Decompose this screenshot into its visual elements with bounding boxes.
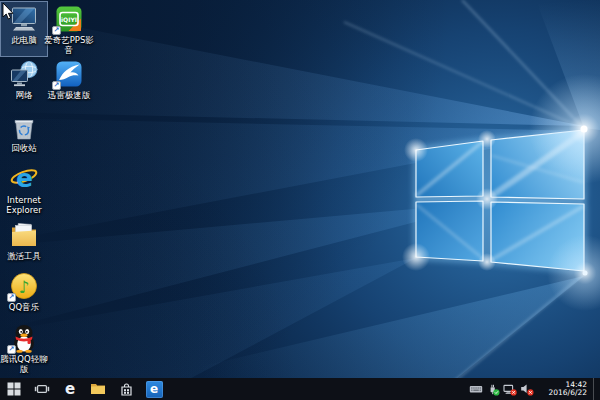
network-icon [9, 59, 39, 89]
task-view-icon [34, 381, 50, 397]
desktop-icon-internet-explorer[interactable]: e Internet Explorer [1, 162, 47, 216]
show-desktop-button[interactable] [593, 378, 599, 400]
internet-explorer-icon: e [9, 164, 39, 194]
recycle-bin-icon [9, 112, 39, 142]
task-view-button[interactable] [28, 378, 56, 400]
safely-remove-hardware-icon[interactable] [486, 382, 500, 396]
icon-label: 迅雷极速版 [43, 91, 95, 101]
volume-muted-icon[interactable] [520, 382, 534, 396]
store-button[interactable] [112, 378, 140, 400]
network-disconnected-icon[interactable] [503, 382, 517, 396]
shortcut-arrow-icon: ↗ [7, 293, 16, 302]
shortcut-arrow-icon: ↗ [52, 81, 61, 90]
iqiyi-pps-icon: iQIYI ↗ [54, 4, 84, 34]
windows-logo-icon [7, 382, 21, 396]
shortcut-arrow-icon: ↗ [52, 26, 61, 35]
icon-label: 腾讯QQ轻聊版 [0, 355, 50, 374]
thunder-bird-icon: ↗ [54, 59, 84, 89]
desktop-icon-tencent-qq[interactable]: ↗ 腾讯QQ轻聊版 [1, 321, 47, 375]
icon-label: 激活工具 [0, 252, 50, 262]
qq-penguin-icon: ↗ [9, 323, 39, 353]
taskbar: e e [0, 378, 600, 400]
desktop-icon-thunder[interactable]: ↗ 迅雷极速版 [46, 57, 92, 111]
browser-e-tile-icon: e [146, 381, 163, 398]
icon-label: 回收站 [0, 144, 50, 154]
edge-button[interactable]: e [56, 378, 84, 400]
svg-text:iQIYI: iQIYI [61, 16, 77, 23]
desktop-icon-network[interactable]: 网络 [1, 57, 47, 111]
clock-date: 2016/6/22 [541, 389, 587, 398]
browser-e-tile-button[interactable]: e [140, 378, 168, 400]
edge-icon: e [65, 382, 75, 397]
folder-icon [9, 220, 39, 250]
file-explorer-icon [90, 381, 106, 397]
touch-keyboard-icon[interactable] [469, 382, 483, 396]
svg-text:e: e [16, 164, 33, 193]
desktop-icon-qq-music[interactable]: ♪ ↗ QQ音乐 [1, 269, 47, 323]
file-explorer-button[interactable] [84, 378, 112, 400]
svg-text:♪: ♪ [19, 277, 30, 297]
desktop-icon-recycle-bin[interactable]: 回收站 [1, 110, 47, 164]
icon-label: QQ音乐 [0, 303, 50, 313]
qq-music-icon: ♪ ↗ [9, 271, 39, 301]
shortcut-arrow-icon: ↗ [7, 345, 16, 354]
system-tray: 14:42 2016/6/22 [469, 378, 600, 400]
store-bag-icon [119, 382, 134, 397]
mouse-cursor [2, 2, 14, 20]
icon-label: 爱奇艺PPS影音 [43, 36, 95, 55]
desktop-icon-iqiyi-pps[interactable]: iQIYI ↗ 爱奇艺PPS影音 [46, 2, 92, 56]
desktop: 此电脑 iQIYI ↗ 爱奇艺PPS影音 [0, 0, 600, 400]
clock[interactable]: 14:42 2016/6/22 [541, 381, 587, 398]
desktop-icon-activation-tools[interactable]: 激活工具 [1, 218, 47, 272]
icon-label: Internet Explorer [0, 196, 50, 215]
start-button[interactable] [0, 378, 28, 400]
